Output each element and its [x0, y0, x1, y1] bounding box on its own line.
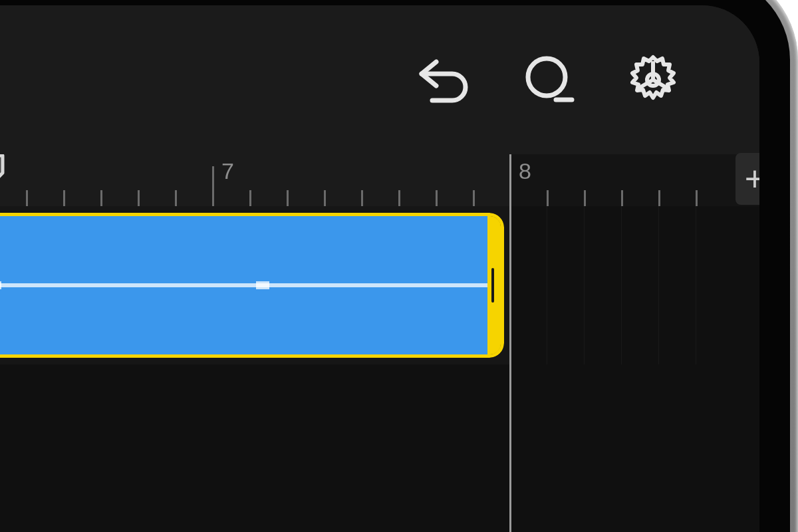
region-trim-handle[interactable]: [487, 216, 501, 354]
loop-browser-icon: [520, 53, 577, 106]
ruler-tick-minor: [100, 190, 102, 206]
plus-icon: +: [745, 162, 759, 196]
add-section-button[interactable]: +: [735, 153, 759, 205]
ruler-tick-minor: [584, 190, 586, 206]
track-gridline: [658, 206, 659, 364]
ruler-tick-minor: [63, 190, 65, 206]
ruler-label: 8: [519, 158, 531, 184]
ruler-tick-minor: [547, 190, 549, 206]
ruler-tick-major: [212, 166, 214, 206]
song-end-marker[interactable]: [509, 154, 511, 532]
track-gridline: [621, 206, 622, 364]
ruler-tick-minor: [696, 190, 698, 206]
track-gridline: [584, 206, 585, 364]
ruler-tick-minor: [175, 190, 177, 206]
ruler-tick-minor: [249, 190, 251, 206]
ruler-tick-minor: [658, 190, 660, 206]
app-screen: 7 8: [0, 5, 759, 532]
audio-waveform: [0, 283, 488, 287]
undo-button[interactable]: [416, 54, 472, 106]
device-frame: 7 8: [0, 0, 798, 532]
ruler-tick-minor: [138, 190, 140, 206]
track-gridline: [547, 206, 547, 364]
ruler-tick-minor: [473, 190, 475, 206]
svg-point-0: [528, 59, 565, 96]
ruler-tick-minor: [621, 190, 623, 206]
ruler-label: 7: [221, 158, 234, 184]
device-bezel: 7 8: [0, 0, 790, 532]
loop-browser-button[interactable]: [520, 53, 577, 106]
settings-gear-icon: [625, 52, 681, 108]
top-toolbar: [0, 5, 759, 154]
audio-region[interactable]: [0, 213, 504, 358]
ruler-tick-minor: [26, 190, 28, 206]
ruler-tick-minor: [324, 190, 326, 206]
timeline-ruler[interactable]: 7 8: [0, 154, 759, 206]
ruler-tick-minor: [361, 190, 363, 206]
playhead-handle-icon: [0, 154, 5, 192]
ruler-tick-minor: [398, 190, 400, 206]
ruler-tick-minor: [287, 190, 289, 206]
settings-button[interactable]: [625, 52, 681, 108]
undo-icon: [416, 54, 472, 106]
ruler-tick-minor: [436, 190, 438, 206]
track-gridline: [696, 206, 696, 364]
